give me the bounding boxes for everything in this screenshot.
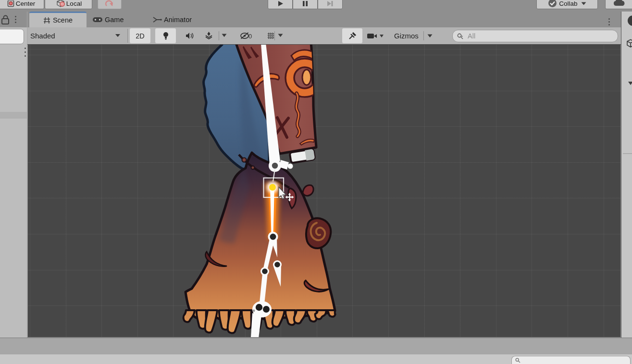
svg-text:0: 0 (248, 33, 252, 40)
